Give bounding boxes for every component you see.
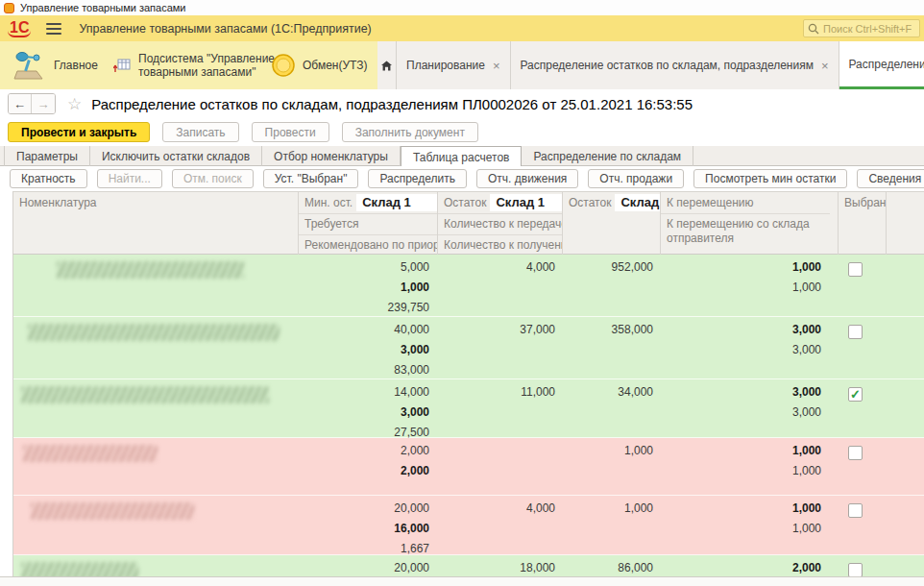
cell-chosen[interactable]: ✓ <box>838 379 886 443</box>
row-checkbox[interactable] <box>848 503 863 518</box>
column-stock-2[interactable]: Остаток Склад 2 <box>562 192 660 256</box>
favorite-star-icon[interactable]: ☆ <box>67 94 82 114</box>
toolbar-button[interactable]: Сведения <box>857 169 924 188</box>
cell-stock-1[interactable] <box>437 438 562 501</box>
cell-stock-2[interactable]: 1,000 <box>562 438 660 501</box>
cell-move[interactable]: 3,0003,000 <box>660 317 838 380</box>
row-checkbox[interactable] <box>848 262 863 277</box>
column-min-stock[interactable]: Мин. ост. Склад 1 Требуется Рекомендован… <box>298 192 437 256</box>
toolbar-button[interactable]: Отч. движения <box>476 169 578 188</box>
window-tab-distribution-active[interactable]: Распределение остатков по складам, по <box>839 41 924 89</box>
cell-stock-2[interactable]: 86,000 <box>562 555 660 576</box>
app-icon <box>4 3 14 13</box>
cell-nomenclature[interactable] <box>13 379 298 443</box>
cell-chosen[interactable] <box>838 317 886 380</box>
cell-value: 20,000 <box>298 499 437 519</box>
subcolumn-move-from: К перемещению со склада отправителя <box>661 213 830 246</box>
form-tab-item[interactable]: Исключить остатки складов <box>90 146 262 166</box>
form-tabs: ПараметрыИсключить остатки складовОтбор … <box>0 146 924 166</box>
search-input[interactable]: Поиск Ctrl+Shift+F <box>803 19 920 37</box>
table-row[interactable]: 20,00018,00086,0002,000 <box>13 555 924 576</box>
cell-stock-1[interactable]: 18,000 <box>437 555 562 576</box>
cell-stock-1[interactable]: 37,000 <box>437 317 562 380</box>
close-icon[interactable]: × <box>821 59 829 73</box>
cell-chosen[interactable] <box>838 555 886 576</box>
toolbar-button[interactable]: Кратность <box>10 169 87 188</box>
window-tab-label: Распределение остатков по складам, подра… <box>521 59 814 72</box>
row-checkbox[interactable] <box>848 446 863 460</box>
forward-button[interactable]: → <box>32 94 55 113</box>
cell-min-stock[interactable]: 20,00016,0001,667 <box>298 496 437 559</box>
row-checkbox[interactable] <box>848 563 863 576</box>
cell-value: 1,000 <box>562 441 660 461</box>
cell-nomenclature[interactable] <box>13 255 298 318</box>
post-and-close-button[interactable]: Провести и закрыть <box>8 122 150 142</box>
toolbar-button[interactable]: Уст. "Выбран" <box>263 169 359 188</box>
cell-value: 3,000 <box>660 340 838 360</box>
ribbon-section-exchange[interactable]: Обмен(УТЗ) <box>272 41 368 89</box>
cell-chosen[interactable] <box>838 438 886 501</box>
nav-row: ← → ☆ Распределение остатков по складам,… <box>0 89 924 118</box>
toolbar-button[interactable]: Распределить <box>368 169 467 188</box>
cell-value: 952,000 <box>562 257 660 278</box>
form-tab-item[interactable]: Отбор номенклатуры <box>262 146 401 166</box>
cell-nomenclature[interactable] <box>13 438 298 501</box>
table-row[interactable]: 40,0003,00083,00037,000358,0003,0003,000 <box>13 317 924 379</box>
home-tab-button[interactable] <box>377 41 397 89</box>
cell-nomenclature[interactable] <box>13 317 298 380</box>
cell-stock-1[interactable]: 11,000 <box>437 379 562 443</box>
table-row[interactable]: 20,00016,0001,6674,0001,0001,0001,000 <box>13 496 924 555</box>
cell-move[interactable]: 1,0001,000 <box>660 255 838 318</box>
cell-move[interactable]: 2,000 <box>660 555 838 576</box>
form-tab-item[interactable]: Параметры <box>4 146 90 166</box>
ribbon-section-main[interactable]: Главное <box>13 41 98 89</box>
table-row[interactable]: 5,0001,000239,7504,000952,0001,0001,000 <box>13 255 924 317</box>
toolbar-button[interactable]: Посмотреть мин остатки <box>693 169 847 188</box>
cell-min-stock[interactable]: 14,0003,00027,500 <box>298 379 437 443</box>
cell-stock-2[interactable]: 34,000 <box>562 379 660 443</box>
column-stock-1[interactable]: Остаток Склад 1 Количество к передаче Ко… <box>437 192 562 256</box>
cell-stock-2[interactable]: 952,000 <box>562 255 660 318</box>
cell-chosen[interactable] <box>838 255 886 318</box>
row-checkbox[interactable]: ✓ <box>848 387 863 402</box>
cell-nomenclature[interactable] <box>13 496 298 559</box>
cell-stock-1[interactable]: 4,000 <box>437 255 562 318</box>
back-button[interactable]: ← <box>9 94 32 113</box>
toolbar-button[interactable]: Отм. поиск <box>172 169 254 188</box>
toolbar-button[interactable]: Найти... <box>97 169 162 188</box>
table-row[interactable]: 14,0003,00027,50011,00034,0003,0003,000✓ <box>13 379 924 438</box>
cell-min-stock[interactable]: 40,0003,00083,000 <box>298 317 437 380</box>
cell-value: 40,000 <box>298 320 437 340</box>
cell-stock-1[interactable]: 4,000 <box>437 496 562 559</box>
save-button[interactable]: Записать <box>162 122 238 142</box>
cell-min-stock[interactable]: 5,0001,000239,750 <box>298 255 437 318</box>
ribbon-section-subsystem[interactable]: Подсистема "Управление товарными запасам… <box>113 41 282 89</box>
post-button[interactable]: Провести <box>252 122 329 142</box>
cell-value <box>437 441 562 461</box>
cell-min-stock[interactable]: 2,0002,000 <box>298 438 437 501</box>
column-chosen[interactable]: Выбран <box>838 192 886 256</box>
close-icon[interactable]: × <box>493 59 500 73</box>
table-row[interactable]: 2,0002,0001,0001,0001,000 <box>13 438 924 496</box>
cell-stock-2[interactable]: 1,000 <box>562 496 660 559</box>
cell-nomenclature[interactable] <box>13 555 298 576</box>
window-tab-planning[interactable]: Планирование × <box>397 41 511 89</box>
cell-move[interactable]: 3,0003,000 <box>660 379 838 443</box>
cell-stock-2[interactable]: 358,000 <box>562 317 660 380</box>
cell-move[interactable]: 1,0001,000 <box>660 496 838 559</box>
toolbar-button[interactable]: Отч. продажи <box>588 169 684 188</box>
row-checkbox[interactable] <box>848 325 863 339</box>
cell-move[interactable]: 1,0001,000 <box>660 438 838 501</box>
form-tab-item[interactable]: Распределение по складам <box>522 146 693 166</box>
cell-value: 1,000 <box>298 278 437 298</box>
cell-value: 34,000 <box>562 382 660 403</box>
cell-value: 1,000 <box>660 519 838 539</box>
column-nomenclature[interactable]: Номенклатура <box>13 192 298 256</box>
form-tab-active[interactable]: Таблица расчетов <box>401 146 523 167</box>
window-tab-distribution[interactable]: Распределение остатков по складам, подра… <box>511 41 839 89</box>
cell-min-stock[interactable]: 20,000 <box>298 555 437 576</box>
hamburger-menu-icon[interactable] <box>46 23 61 35</box>
fill-document-button[interactable]: Заполнить документ <box>342 122 478 142</box>
column-move[interactable]: К перемещению К перемещению со склада от… <box>660 192 838 256</box>
cell-chosen[interactable] <box>838 496 886 559</box>
